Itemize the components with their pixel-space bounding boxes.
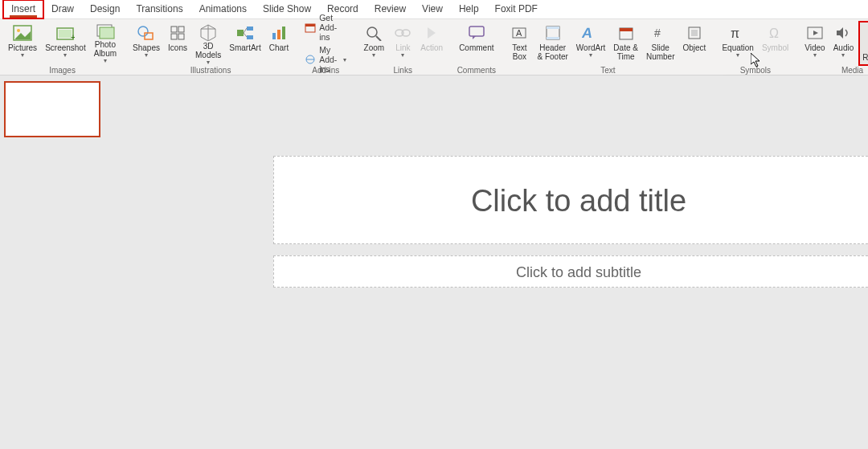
datetime-label: Date & Time (613, 43, 638, 61)
svg-text:+: + (71, 33, 75, 41)
datetime-button[interactable]: Date & Time (610, 21, 641, 66)
slide: Click to add title Click to add subtitle (273, 156, 868, 288)
chart-icon (269, 23, 289, 43)
group-label: Media (801, 66, 868, 75)
svg-text:Ω: Ω (769, 27, 779, 40)
tab-view[interactable]: View (414, 0, 451, 18)
tab-design[interactable]: Design (82, 0, 128, 18)
calendar-icon (616, 23, 636, 43)
pictures-button[interactable]: Pictures ▾ (5, 21, 40, 66)
symbol-label: Symbol (762, 43, 788, 52)
comment-icon (467, 23, 486, 43)
tab-animations[interactable]: Animations (191, 0, 255, 18)
svg-rect-8 (145, 33, 153, 39)
album-label: Photo Album (94, 40, 117, 58)
group-label: Text (506, 66, 709, 75)
video-button[interactable]: Video ▾ (801, 21, 828, 66)
chevron-down-icon: ▾ (372, 51, 375, 59)
slide-canvas[interactable]: Click to add title Click to add subtitle (104, 76, 868, 449)
tab-help[interactable]: Help (451, 0, 487, 18)
slide-thumbnails[interactable] (0, 76, 104, 449)
svg-rect-25 (305, 24, 315, 27)
group-label: Comments (456, 66, 497, 75)
store-icon (305, 21, 316, 34)
svg-text:A: A (582, 25, 594, 41)
chevron-down-icon: ▾ (589, 51, 592, 59)
icons-icon (168, 23, 187, 43)
chevron-down-icon: ▾ (736, 51, 739, 59)
chart-button[interactable]: Chart (266, 21, 292, 66)
header-label: Header & Footer (537, 43, 567, 61)
tab-review[interactable]: Review (366, 0, 414, 18)
svg-line-29 (376, 36, 381, 41)
group-media: Video ▾ Audio ▾ + Screen Recording Media (796, 19, 868, 75)
screen-recording-button[interactable]: + Screen Recording (858, 21, 868, 66)
shapes-icon (137, 23, 156, 43)
screenshot-icon: + (55, 23, 75, 43)
wordart-icon: A (581, 23, 600, 43)
equation-button[interactable]: π Equation ▾ (719, 21, 756, 66)
group-images: Pictures ▾ + Screenshot ▾ Photo Album ▾ … (0, 19, 125, 75)
svg-rect-42 (620, 28, 633, 31)
object-button[interactable]: Object (680, 21, 710, 66)
link-button[interactable]: Link ▾ (390, 21, 416, 66)
smartart-button[interactable]: SmartArt (226, 21, 264, 66)
title-placeholder[interactable]: Click to add title (273, 156, 868, 244)
group-label: Add-ins (301, 66, 350, 75)
slidenum-label: Slide Number (646, 43, 675, 61)
photo-album-icon (96, 23, 115, 39)
svg-rect-17 (247, 27, 253, 31)
action-label: Action (420, 43, 443, 52)
tab-transitions[interactable]: Transitions (128, 0, 190, 18)
svg-marker-50 (837, 27, 843, 39)
svg-point-7 (138, 27, 148, 36)
get-addins-button[interactable]: Get Add-ins (301, 11, 350, 43)
svg-line-20 (244, 33, 247, 37)
wordart-button[interactable]: A WordArt ▾ (573, 21, 609, 66)
slidenumber-button[interactable]: # Slide Number (643, 21, 678, 66)
smartart-icon (235, 23, 255, 43)
video-icon (805, 23, 825, 43)
screenshot-button[interactable]: + Screenshot ▾ (42, 21, 89, 66)
svg-rect-16 (237, 30, 244, 36)
chart-label: Chart (269, 43, 289, 52)
subtitle-placeholder[interactable]: Click to add subtitle (273, 255, 868, 288)
tab-draw[interactable]: Draw (43, 0, 82, 18)
symbol-icon: Ω (766, 23, 785, 43)
group-symbols: π Equation ▾ Ω Symbol Symbols (714, 19, 796, 75)
photo-album-button[interactable]: Photo Album ▾ (91, 21, 120, 66)
object-icon (685, 23, 704, 43)
svg-rect-18 (247, 35, 253, 39)
3dmodels-button[interactable]: 3D Models ▾ (192, 21, 224, 66)
header-footer-button[interactable]: Header & Footer (534, 21, 571, 66)
svg-rect-23 (282, 27, 285, 39)
group-label: Illustrations (129, 66, 292, 75)
shapes-button[interactable]: Shapes ▾ (129, 21, 163, 66)
zoom-button[interactable]: Zoom ▾ (359, 21, 388, 66)
svg-rect-12 (178, 34, 184, 39)
textbox-button[interactable]: A Text Box (506, 21, 532, 66)
picture-icon (13, 23, 32, 43)
cube-icon (199, 23, 218, 41)
group-comments: Comment Comments (451, 19, 502, 75)
textbox-icon: A (510, 23, 529, 43)
comment-button[interactable]: Comment (456, 21, 497, 66)
tab-insert[interactable]: Insert (3, 0, 43, 18)
svg-marker-32 (428, 27, 436, 39)
chevron-down-icon: ▾ (21, 51, 24, 59)
chevron-down-icon: ▾ (343, 56, 346, 63)
svg-point-28 (367, 27, 377, 37)
icons-button[interactable]: Icons (165, 21, 190, 66)
audio-button[interactable]: Audio ▾ (830, 21, 858, 66)
group-illustrations: Shapes ▾ Icons 3D Models ▾ SmartArt Char… (125, 19, 297, 75)
symbol-button[interactable]: Ω Symbol (759, 21, 792, 66)
group-label: Symbols (719, 66, 792, 75)
svg-rect-38 (547, 27, 559, 29)
svg-rect-39 (547, 37, 559, 39)
group-label: Images (5, 66, 120, 75)
textbox-label: Text Box (512, 43, 526, 61)
tab-foxit[interactable]: Foxit PDF (487, 0, 546, 18)
action-button[interactable]: Action (417, 21, 446, 66)
svg-text:#: # (654, 27, 661, 39)
slide-thumbnail[interactable] (5, 82, 100, 137)
